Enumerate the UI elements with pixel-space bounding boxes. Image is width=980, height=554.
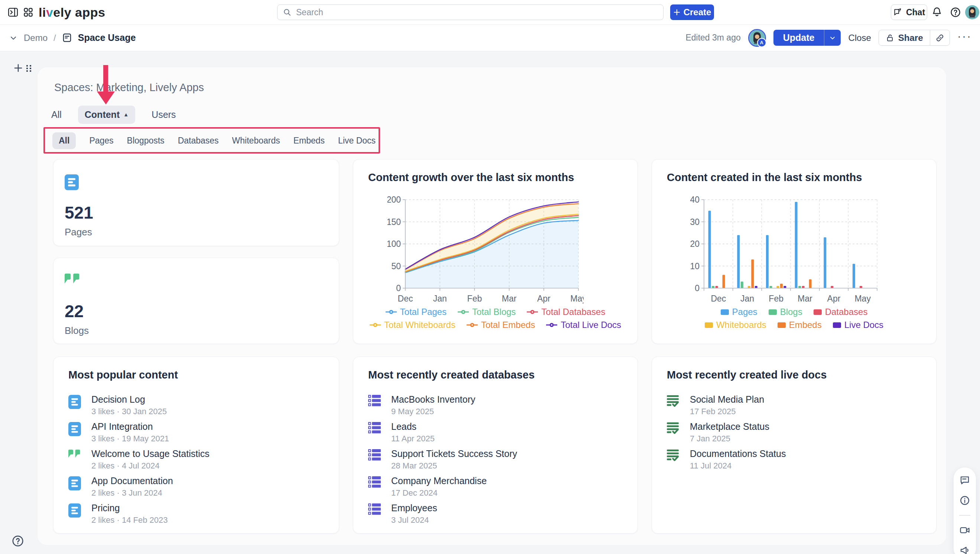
megaphone-icon[interactable] — [959, 545, 970, 554]
legend-item[interactable]: Pages — [721, 307, 757, 317]
svg-text:150: 150 — [387, 217, 401, 227]
legend-item[interactable]: Total Databases — [527, 307, 605, 317]
svg-text:Mar: Mar — [798, 294, 813, 303]
list-item-meta: 28 Mar 2025 — [391, 461, 517, 471]
notifications-bell-icon[interactable] — [931, 6, 943, 18]
legend-item[interactable]: Total Whiteboards — [370, 320, 455, 330]
global-search[interactable] — [277, 5, 663, 20]
svg-text:Dec: Dec — [398, 294, 413, 303]
svg-text:40: 40 — [690, 196, 700, 204]
subtab-blogposts[interactable]: Blogposts — [127, 136, 165, 146]
subtab-all[interactable]: All — [52, 133, 76, 149]
legend-swatch — [814, 309, 822, 315]
livedoc-icon — [667, 421, 682, 435]
list-items: MacBooks Inventory9 May 2025Leads11 Apr … — [368, 394, 628, 525]
sidebar-toggle-icon[interactable] — [8, 7, 19, 18]
list-item[interactable]: Company Merchandise17 Dec 2024 — [368, 476, 628, 498]
subtab-embeds[interactable]: Embeds — [293, 136, 325, 146]
list-item[interactable]: Welcome to Usage Statistics2 likes · 4 J… — [68, 449, 329, 471]
editor-avatar[interactable]: A — [748, 29, 766, 47]
legend-row: PagesBlogsDatabases — [721, 307, 868, 317]
create-button[interactable]: Create — [670, 5, 714, 20]
legend-item[interactable]: Total Pages — [386, 307, 447, 317]
legend-item[interactable]: Embeds — [778, 320, 822, 330]
list-item[interactable]: Decision Log3 likes · 30 Jan 2025 — [68, 394, 329, 417]
help-float-button[interactable] — [11, 534, 24, 548]
help-icon[interactable] — [950, 6, 961, 18]
list-item-title[interactable]: Support Tickets Success Story — [391, 449, 517, 459]
list-item-title[interactable]: API Integration — [91, 421, 169, 432]
svg-text:Jan: Jan — [433, 294, 447, 303]
stat-card-pages[interactable]: 521 Pages — [53, 159, 339, 246]
list-item[interactable]: Support Tickets Success Story28 Mar 2025 — [368, 449, 628, 471]
insert-plus-icon[interactable] — [13, 63, 23, 73]
stat-value: 22 — [65, 301, 84, 321]
list-item-title[interactable]: Pricing — [91, 503, 167, 514]
tab-users[interactable]: Users — [151, 109, 176, 120]
subtab-live-docs[interactable]: Live Docs — [338, 136, 375, 146]
app-logo[interactable]: lively apps — [39, 5, 105, 20]
list-item[interactable]: Pricing2 likes · 14 Feb 2023 — [68, 503, 329, 525]
list-item-title[interactable]: Company Merchandise — [391, 476, 487, 486]
tab-all[interactable]: All — [51, 109, 62, 120]
share-button[interactable]: Share — [879, 30, 930, 45]
page-doc-icon — [62, 33, 72, 43]
drag-handle-icon[interactable] — [24, 64, 33, 73]
list-item[interactable]: Social Media Plan17 Feb 2025 — [667, 394, 926, 417]
list-item[interactable]: API Integration3 likes · 19 May 2021 — [68, 421, 329, 444]
database-icon — [368, 394, 383, 406]
list-item-title[interactable]: Marketplace Status — [690, 421, 769, 432]
created-bar-chart[interactable]: 010203040DecJanFebMarAprMay — [686, 196, 882, 308]
legend-item[interactable]: Total Live Docs — [546, 320, 621, 330]
search-input[interactable] — [295, 7, 663, 18]
list-item-title[interactable]: App Documentation — [91, 476, 173, 486]
growth-area-chart[interactable]: 050100150200DecJanFebMarAprMay — [387, 196, 584, 308]
svg-text:May: May — [570, 294, 584, 303]
macro-title: Spaces: Marketing, Lively Apps — [54, 81, 204, 94]
legend-item[interactable]: Total Blogs — [458, 307, 515, 317]
copy-link-button[interactable] — [930, 30, 950, 45]
database-icon — [368, 503, 383, 515]
stat-card-blogs[interactable]: 22 Blogs — [53, 258, 339, 344]
subtab-whiteboards[interactable]: Whiteboards — [232, 136, 280, 146]
list-item-title[interactable]: Employees — [391, 503, 437, 514]
svg-text:Apr: Apr — [537, 294, 550, 303]
edited-timestamp[interactable]: Edited 3m ago — [686, 33, 740, 43]
list-item[interactable]: Marketplace Status7 Jan 2025 — [667, 421, 926, 444]
list-item[interactable]: MacBooks Inventory9 May 2025 — [368, 394, 628, 417]
list-item-title[interactable]: Social Media Plan — [690, 394, 764, 405]
list-item[interactable]: Documentations Status11 Jul 2024 — [667, 449, 926, 471]
list-item[interactable]: Employees3 Jul 2024 — [368, 503, 628, 525]
update-button[interactable]: Update — [773, 30, 824, 46]
list-item[interactable]: App Documentation2 likes · 3 Jun 2024 — [68, 476, 329, 498]
close-button[interactable]: Close — [848, 33, 871, 43]
video-camera-icon[interactable] — [959, 525, 970, 536]
legend-item[interactable]: Databases — [814, 307, 868, 317]
breadcrumb-space[interactable]: Demo — [24, 33, 48, 43]
legend-item[interactable]: Blogs — [768, 307, 802, 317]
list-item-title[interactable]: MacBooks Inventory — [391, 394, 476, 405]
chat-button[interactable]: Chat — [891, 5, 927, 20]
subtab-pages[interactable]: Pages — [89, 136, 113, 146]
list-item-title[interactable]: Decision Log — [91, 394, 167, 405]
legend-item[interactable]: Whiteboards — [705, 320, 767, 330]
list-item-title[interactable]: Documentations Status — [690, 449, 786, 459]
chevron-down-icon[interactable] — [9, 34, 18, 42]
app-switcher-icon[interactable] — [23, 7, 33, 18]
list-item-meta: 3 likes · 30 Jan 2025 — [91, 407, 167, 417]
info-icon[interactable] — [959, 495, 970, 506]
comments-icon[interactable] — [959, 475, 970, 486]
user-avatar[interactable] — [965, 5, 979, 19]
legend-line-marker — [527, 310, 538, 314]
subtab-databases[interactable]: Databases — [178, 136, 219, 146]
legend-item[interactable]: Live Docs — [833, 320, 883, 330]
list-item-title[interactable]: Welcome to Usage Statistics — [91, 449, 210, 459]
more-actions-button[interactable]: ··· — [957, 30, 972, 46]
tab-content[interactable]: Content▲ — [78, 105, 135, 124]
update-dropdown-button[interactable] — [824, 30, 841, 46]
share-group: Share — [878, 30, 950, 46]
list-item[interactable]: Leads11 Apr 2025 — [368, 421, 628, 444]
legend-item[interactable]: Total Embeds — [466, 320, 535, 330]
chart-legend: PagesBlogsDatabasesWhiteboardsEmbedsLive… — [652, 307, 936, 330]
list-item-title[interactable]: Leads — [391, 421, 435, 432]
